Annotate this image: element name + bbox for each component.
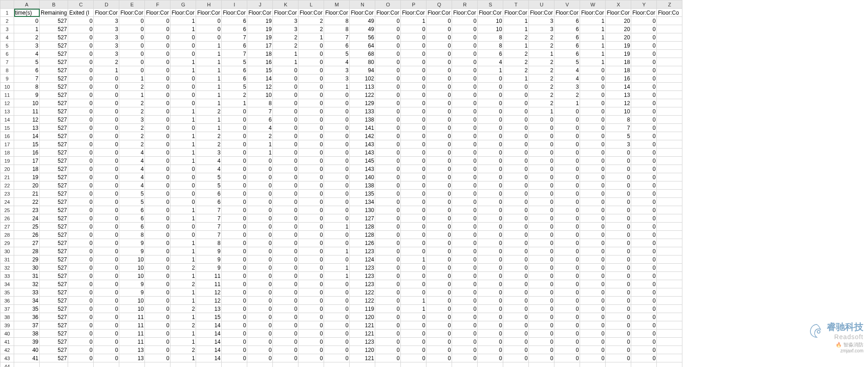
data-cell[interactable]: 133 [350, 107, 375, 116]
data-cell[interactable]: 0 [478, 198, 503, 206]
data-cell[interactable]: 0 [222, 231, 247, 239]
data-cell[interactable]: 0 [222, 140, 247, 149]
data-cell[interactable]: 0 [68, 83, 94, 91]
column-header-B[interactable]: B [40, 0, 68, 9]
row-header[interactable]: 39 [0, 321, 14, 330]
data-cell[interactable]: 1 [324, 272, 350, 280]
data-cell[interactable]: 0 [503, 231, 529, 239]
data-cell[interactable]: 0 [68, 231, 94, 239]
data-cell[interactable]: 0 [478, 181, 503, 190]
data-cell[interactable]: 0 [554, 354, 580, 362]
data-cell[interactable]: 0 [68, 239, 94, 247]
data-cell[interactable]: 0 [529, 247, 554, 255]
data-cell[interactable]: 121 [350, 321, 375, 330]
header-cell[interactable]: Floor:Cor [94, 9, 119, 17]
data-cell[interactable]: 0 [478, 255, 503, 264]
data-cell[interactable]: 0 [426, 173, 452, 181]
data-cell[interactable]: 0 [273, 330, 298, 338]
data-cell[interactable] [657, 321, 682, 330]
data-cell[interactable]: 0 [145, 247, 170, 255]
data-cell[interactable]: 0 [401, 58, 426, 66]
data-cell[interactable]: 1 [580, 58, 606, 66]
data-cell[interactable]: 0 [94, 140, 119, 149]
data-cell[interactable]: 0 [375, 239, 401, 247]
data-cell[interactable]: 0 [401, 198, 426, 206]
data-cell[interactable]: 0 [247, 223, 273, 231]
data-cell[interactable]: 5 [222, 83, 247, 91]
data-cell[interactable]: 0 [529, 297, 554, 305]
data-cell[interactable]: 0 [222, 132, 247, 140]
data-cell[interactable]: 0 [529, 272, 554, 280]
data-cell[interactable] [657, 239, 682, 247]
data-cell[interactable]: 0 [503, 83, 529, 91]
data-cell[interactable]: 0 [401, 66, 426, 74]
data-cell[interactable]: 0 [503, 107, 529, 116]
data-cell[interactable]: 0 [145, 116, 170, 124]
data-cell[interactable]: 1 [196, 91, 222, 99]
data-cell[interactable]: 32 [14, 280, 40, 288]
data-cell[interactable]: 0 [68, 214, 94, 223]
data-cell[interactable]: 0 [554, 247, 580, 255]
data-cell[interactable]: 0 [503, 338, 529, 346]
data-cell[interactable]: 2 [529, 91, 554, 99]
data-cell[interactable]: 1 [503, 74, 529, 83]
data-cell[interactable]: 135 [350, 190, 375, 198]
data-cell[interactable]: 9 [196, 255, 222, 264]
data-cell[interactable]: 0 [273, 338, 298, 346]
data-cell[interactable]: 0 [503, 190, 529, 198]
data-cell[interactable]: 0 [170, 74, 196, 83]
data-cell[interactable] [657, 247, 682, 255]
data-cell[interactable]: 0 [503, 272, 529, 280]
data-cell[interactable]: 0 [324, 288, 350, 297]
data-cell[interactable]: 0 [452, 173, 478, 181]
data-cell[interactable]: 0 [606, 280, 631, 288]
data-cell[interactable]: 68 [350, 50, 375, 58]
data-cell[interactable]: 0 [478, 338, 503, 346]
data-cell[interactable]: 0 [401, 272, 426, 280]
data-cell[interactable]: 0 [606, 288, 631, 297]
data-cell[interactable]: 527 [40, 272, 68, 280]
data-cell[interactable]: 13 [119, 354, 145, 362]
column-header-F[interactable]: F [145, 0, 170, 9]
data-cell[interactable]: 0 [247, 173, 273, 181]
data-cell[interactable]: 0 [401, 280, 426, 288]
data-cell[interactable]: 19 [247, 33, 273, 42]
data-cell[interactable]: 0 [452, 231, 478, 239]
data-cell[interactable]: 1 [170, 132, 196, 140]
data-cell[interactable]: 0 [452, 214, 478, 223]
data-cell[interactable]: 2 [298, 25, 324, 33]
data-cell[interactable]: 0 [68, 132, 94, 140]
data-cell[interactable]: 0 [554, 264, 580, 272]
data-cell[interactable]: 0 [68, 313, 94, 321]
data-cell[interactable]: 0 [529, 231, 554, 239]
data-cell[interactable]: 0 [529, 132, 554, 140]
data-cell[interactable] [657, 330, 682, 338]
data-cell[interactable]: 3 [196, 149, 222, 157]
data-cell[interactable]: 0 [503, 354, 529, 362]
data-cell[interactable]: 119 [350, 305, 375, 313]
data-cell[interactable]: 0 [529, 214, 554, 223]
data-cell[interactable]: 0 [631, 165, 657, 173]
data-cell[interactable]: 0 [452, 330, 478, 338]
row-header[interactable]: 23 [0, 190, 14, 198]
row-header[interactable]: 29 [0, 239, 14, 247]
data-cell[interactable]: 0 [478, 149, 503, 157]
data-cell[interactable]: 2 [170, 305, 196, 313]
data-cell[interactable]: 1 [14, 25, 40, 33]
data-cell[interactable]: 0 [273, 239, 298, 247]
data-cell[interactable]: 527 [40, 91, 68, 99]
data-cell[interactable]: 0 [554, 223, 580, 231]
data-cell[interactable]: 0 [452, 149, 478, 157]
data-cell[interactable]: 0 [529, 264, 554, 272]
data-cell[interactable]: 16 [247, 58, 273, 66]
data-cell[interactable]: 0 [222, 297, 247, 305]
data-cell[interactable]: 527 [40, 107, 68, 116]
data-cell[interactable]: 0 [503, 165, 529, 173]
data-cell[interactable]: 0 [145, 140, 170, 149]
data-cell[interactable]: 0 [452, 165, 478, 173]
data-cell[interactable]: 0 [145, 165, 170, 173]
data-cell[interactable]: 0 [375, 83, 401, 91]
data-cell[interactable]: 9 [14, 91, 40, 99]
data-cell[interactable]: 527 [40, 50, 68, 58]
data-cell[interactable]: 0 [631, 25, 657, 33]
